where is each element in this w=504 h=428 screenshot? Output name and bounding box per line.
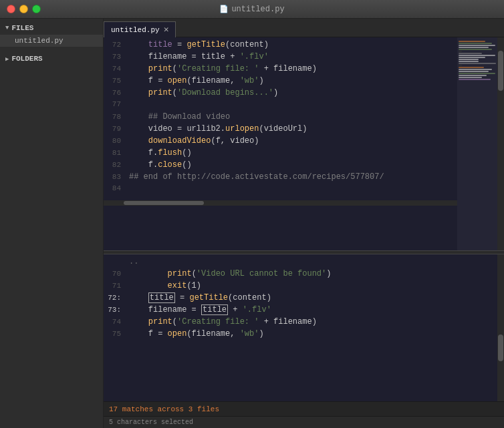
status-matches-text: 17 matches across 3 files [109,405,219,413]
search-line-number: 72: [104,294,129,302]
folders-arrow: ▶ [5,55,9,63]
code-line-77: 77 [104,100,457,112]
search-result-line-73: 73: filename = title + '.flv' [104,305,497,317]
h-scrollbar-thumb[interactable] [124,201,204,205]
editor-split: 72 title = getTitle(content) 73 filename… [104,37,504,428]
line-number: 81 [104,149,129,157]
code-line-81: 81 f.flush() [104,148,457,160]
window-controls [7,5,41,13]
line-text: f.flush() [129,148,192,158]
line-number: 83 [104,173,129,181]
files-section: ▼ FILES untitled.py [0,19,103,49]
search-content: .. 70 print('Video URL cannot be found')… [104,254,497,401]
code-line-76: 76 print('Download begins...') [104,88,457,100]
sidebar: ▼ FILES untitled.py ▶ FOLDERS [0,19,104,428]
bottom-status-text: 5 characters selected [109,419,193,426]
minimize-button[interactable] [19,5,28,13]
line-number: 84 [104,184,129,192]
search-line-text: exit(1) [129,281,201,290]
tab-bar: untitled.py ✕ [104,19,504,37]
editor-area: untitled.py ✕ 72 title = getTitle(conten… [104,19,504,428]
line-number: 79 [104,125,129,133]
v-scrollbar-top[interactable] [497,37,504,250]
line-text: ## Download video [129,112,230,122]
search-line-number: 74 [104,318,129,326]
line-text: title = getTitle(content) [129,40,269,49]
folders-label: FOLDERS [11,55,42,63]
code-content: 72 title = getTitle(content) 73 filename… [104,37,457,250]
sidebar-item-untitled[interactable]: untitled.py [0,35,103,47]
v-scrollbar-search-thumb[interactable] [498,335,503,361]
folders-section: ▶ FOLDERS [0,49,103,68]
code-line-79: 79 video = urllib2.urlopen(videoUrl) [104,124,457,136]
folders-header[interactable]: ▶ FOLDERS [0,52,103,65]
code-line-78: 78 ## Download video [104,112,457,124]
file-icon: 📄 [219,5,229,13]
line-number: 82 [104,161,129,169]
code-line-80: 80 downloadVideo(f, video) [104,136,457,148]
code-line-84: 84 [104,184,457,196]
line-number: 80 [104,137,129,145]
sidebar-file-name: untitled.py [15,37,64,45]
code-editor[interactable]: 72 title = getTitle(content) 73 filename… [104,37,504,250]
v-scrollbar-search[interactable] [497,254,504,401]
search-result-line-71: 71 exit(1) [104,281,497,293]
line-number: 73 [104,53,129,61]
line-text: ## end of http://code.activestate.com/re… [129,172,384,182]
line-number: 77 [104,100,129,108]
code-line-73: 73 filename = title + '.flv' [104,52,457,64]
code-line-83: 83 ## end of http://code.activestate.com… [104,172,457,184]
line-number: 74 [104,65,129,73]
code-line-75: 75 f = open(filename, 'wb') [104,76,457,88]
search-line-number: 71 [104,282,129,290]
minimap-content [457,37,497,83]
line-text: downloadVideo(f, video) [129,136,259,146]
search-line-number: 75 [104,330,129,338]
search-line-number: 73: [104,306,129,314]
dotdot-line: .. [104,257,497,269]
maximize-button[interactable] [32,5,41,13]
search-result-line-75: 75 f = open(filename, 'wb') [104,329,497,341]
highlight-title-73: title [201,304,228,315]
tab-untitled-py[interactable]: untitled.py ✕ [104,21,176,37]
close-button[interactable] [7,5,15,13]
files-arrow: ▼ [5,25,9,31]
search-result-line-72: 72: title = getTitle(content) [104,293,497,305]
search-result-line-74: 74 print('Creating file: ' + filename) [104,317,497,329]
search-line-text: f = open(filename, 'wb') [129,329,264,339]
window-title: 📄 untitled.py [219,5,284,14]
line-text: video = urllib2.urlopen(videoUrl) [129,124,307,134]
code-line-82: 82 f.close() [104,160,457,172]
tab-close-button[interactable]: ✕ [164,25,169,34]
search-panel[interactable]: .. 70 print('Video URL cannot be found')… [104,254,504,401]
line-text: filename = title + '.flv' [129,52,269,61]
line-number: 75 [104,77,129,85]
tab-label: untitled.py [111,26,160,34]
line-text: print('Download begins...') [129,88,278,97]
line-number: 72 [104,41,129,49]
minimap [457,37,497,250]
files-label: FILES [11,24,33,32]
status-bar: 17 matches across 3 files [104,401,504,416]
search-line-text: filename = title + '.flv' [129,305,271,314]
search-line-text: title = getTitle(content) [129,293,271,302]
highlight-title-72: title [148,292,175,303]
code-line-72: 72 title = getTitle(content) [104,40,457,52]
line-number: 76 [104,89,129,97]
line-text: f.close() [129,160,192,170]
title-bar: 📄 untitled.py [0,0,504,19]
main-layout: ▼ FILES untitled.py ▶ FOLDERS untitled.p… [0,19,504,428]
dotdot-text: .. [129,257,138,266]
search-line-text: print('Video URL cannot be found') [129,269,331,278]
line-text: f = open(filename, 'wb') [129,76,264,85]
files-header[interactable]: ▼ FILES [0,21,103,35]
search-result-line-70: 70 print('Video URL cannot be found') [104,269,497,281]
h-scrollbar[interactable] [104,200,457,206]
search-line-text: print('Creating file: ' + filename) [129,317,317,327]
line-number: 78 [104,113,129,121]
line-text: print('Creating file: ' + filename) [129,64,317,73]
v-scrollbar-thumb[interactable] [498,51,503,91]
bottom-bar: 5 characters selected [104,416,504,428]
search-line-number: 70 [104,270,129,278]
code-line-74: 74 print('Creating file: ' + filename) [104,64,457,76]
